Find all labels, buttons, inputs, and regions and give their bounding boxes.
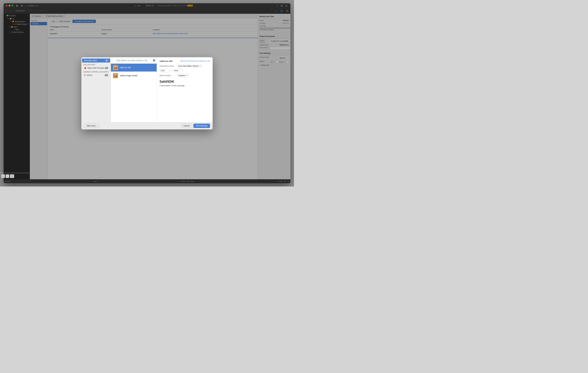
github-item[interactable]: ⊠ GitHub 10 [82,73,110,77]
add-package-button[interactable]: Add Package [193,124,210,128]
apple-swift-label: Apple Swift Packages [87,67,105,69]
swiftui-package-name: swiftui-image-viewer [120,74,138,77]
github-label: GitHub [87,74,92,76]
modal-footer: Add Local... Cancel Add Package [81,122,213,129]
modal-overlay[interactable]: Recently Used 2 Collections 🍎 Apple Swif… [0,0,294,186]
package-list: 🔍 ✕ 📦 sabil-ios-sdk 📦 swiftui-image-view… [111,57,157,122]
modal-main: 🔍 ✕ 📦 sabil-ios-sdk 📦 swiftui-image-view… [111,57,213,122]
dep-rule-select[interactable]: Up to Next Major Version [177,64,202,68]
package-search-input[interactable] [112,59,152,62]
add-package-label: Add Package [196,125,208,127]
apple-swift-packages-item[interactable]: 🍎 Apple Swift Packages 9 [82,66,110,70]
add-local-label: Add Local... [86,125,97,127]
add-to-project-select[interactable]: Classtra [177,74,189,77]
github-icon: ⊠ [84,74,85,76]
sdk-title: SabilSDK [159,80,210,83]
dep-rule-label: Dependency Rule [159,65,176,67]
recently-used-badge: 2 [105,59,108,62]
cancel-button[interactable]: Cancel [181,124,192,128]
version-from-input[interactable] [159,69,169,72]
package-detail: sabil-ios-sdk github.com/Classtra-Inc/sa… [157,57,213,122]
apple-icon: 🍎 [84,67,86,69]
search-wrap: 🔍 [112,59,152,62]
clear-search-button[interactable]: ✕ [153,59,155,62]
modal-sidebar: Recently Used 2 Collections 🍎 Apple Swif… [81,57,111,122]
dep-rule-select-wrapper: Up to Next Major Version [177,64,202,68]
sabil-package-icon: 📦 [113,65,118,70]
apple-swift-badge: 9 [105,67,108,69]
add-to-project-select-wrapper: Classtra [177,74,189,77]
add-to-project-row: Add to Project Classtra [159,74,210,77]
selected-pkg-name: sabil-ios-sdk [159,60,172,62]
sabil-package-name: sabil-ios-sdk [120,66,131,69]
collections-section-label: Collections [81,62,111,66]
version-separator: < [171,70,172,72]
search-bar: 🔍 ✕ [111,57,157,64]
sdk-description: A description of this package. [159,84,210,87]
cancel-label: Cancel [183,125,189,127]
dependency-rule-row: Dependency Rule Up to Next Major Version… [159,64,210,72]
package-item-sabil[interactable]: 📦 sabil-ios-sdk [111,64,157,72]
package-item-swiftui-viewer[interactable]: 📦 swiftui-image-viewer [111,72,157,80]
github-badge: 10 [105,74,108,76]
package-header: sabil-ios-sdk github.com/Classtra-Inc/sa… [159,60,210,62]
add-package-modal: Recently Used 2 Collections 🍎 Apple Swif… [81,57,213,129]
recently-used-item[interactable]: Recently Used 2 [82,59,110,62]
swiftui-package-icon: 📦 [113,73,118,78]
add-local-button[interactable]: Add Local... [84,124,99,128]
modal-body: Recently Used 2 Collections 🍎 Apple Swif… [81,57,213,122]
pkg-github-link[interactable]: github.com/Classtra-Inc/sabil-ios-sdk [180,60,210,62]
source-control-section-label: Source Control Accounts [81,70,111,73]
recently-used-label: Recently Used [84,59,97,62]
version-to-input[interactable] [173,69,183,72]
add-to-project-label: Add to Project [159,74,176,76]
